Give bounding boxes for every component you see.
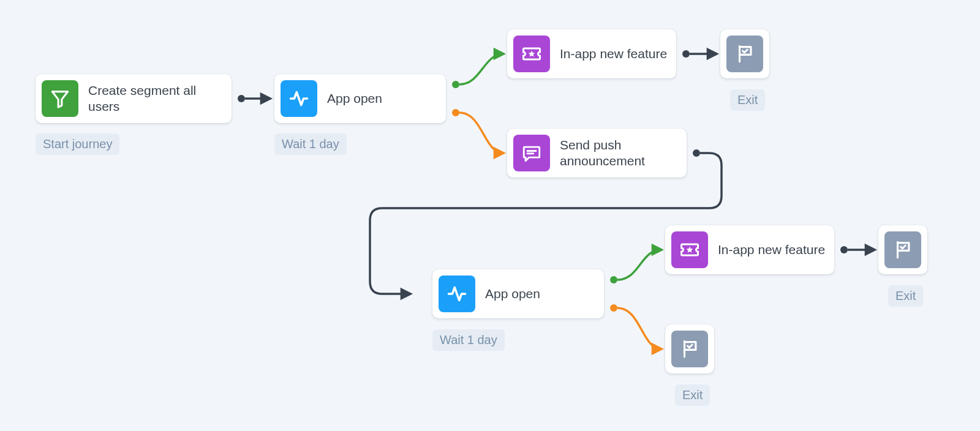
- activity-icon: [439, 275, 475, 312]
- node-app-open-2[interactable]: App open: [432, 269, 604, 318]
- node-label: App open: [327, 91, 382, 107]
- svg-point-9: [840, 246, 848, 253]
- node-exit-2[interactable]: [878, 225, 927, 274]
- caption-exit-1: Exit: [730, 89, 765, 111]
- svg-point-6: [693, 149, 700, 157]
- caption-wait-1: Wait 1 day: [274, 133, 347, 155]
- edges-layer: [0, 0, 980, 431]
- node-inapp-feature-2[interactable]: In-app new feature: [665, 225, 834, 274]
- caption-exit-3: Exit: [675, 384, 710, 406]
- node-create-segment[interactable]: Create segment all users: [36, 74, 232, 123]
- node-inapp-feature-1[interactable]: In-app new feature: [507, 29, 676, 78]
- caption-wait-2: Wait 1 day: [432, 329, 505, 351]
- ticket-star-icon: [671, 231, 708, 268]
- message-icon: [513, 135, 550, 171]
- activity-icon: [281, 80, 317, 117]
- svg-point-2: [452, 81, 459, 88]
- node-label: App open: [485, 286, 540, 302]
- caption-exit-2: Exit: [888, 285, 923, 307]
- node-exit-1[interactable]: [720, 29, 769, 78]
- node-send-push[interactable]: Send push announcement: [507, 129, 687, 178]
- node-label: Send push announcement: [560, 137, 680, 170]
- flag-check-icon: [671, 331, 708, 367]
- journey-canvas: Create segment all users App open In-app…: [0, 0, 980, 431]
- node-label: In-app new feature: [718, 242, 825, 258]
- svg-point-4: [682, 50, 690, 58]
- node-label: In-app new feature: [560, 46, 667, 62]
- node-label: Create segment all users: [88, 83, 225, 115]
- caption-start-journey: Start journey: [36, 133, 119, 155]
- flag-check-icon: [726, 36, 763, 72]
- node-exit-3[interactable]: [665, 324, 714, 373]
- svg-point-8: [610, 304, 617, 312]
- funnel-icon: [42, 80, 78, 117]
- svg-point-7: [610, 276, 617, 283]
- flag-check-icon: [884, 231, 921, 268]
- node-app-open-1[interactable]: App open: [274, 74, 446, 123]
- ticket-star-icon: [513, 36, 550, 72]
- svg-point-0: [238, 95, 245, 102]
- svg-point-3: [452, 109, 459, 116]
